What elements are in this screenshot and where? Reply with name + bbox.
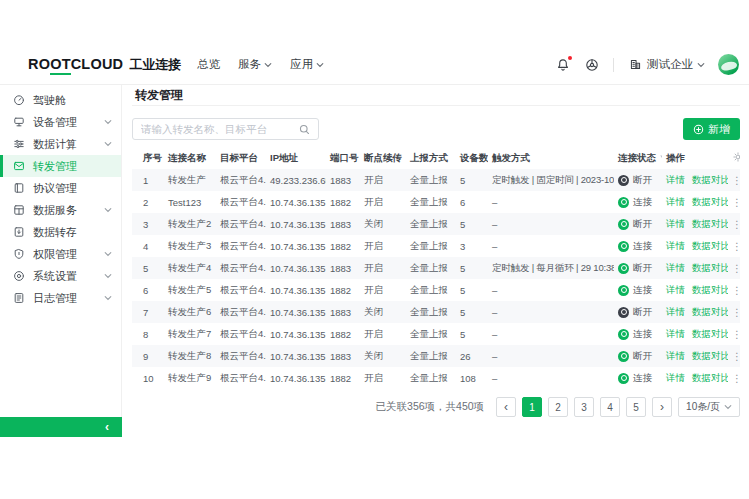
more-actions-icon[interactable]: ⋮ [732, 263, 740, 274]
compare-link[interactable]: 数据对比 [692, 372, 728, 383]
compare-link[interactable]: 数据对比 [692, 218, 728, 229]
forward-table: 序号连接名称目标平台IP地址端口号断点续传上报方式设备数触发方式连接状态操作 1… [132, 147, 740, 389]
nav-item-services[interactable]: 服务 [238, 57, 272, 72]
table-header-row: 序号连接名称目标平台IP地址端口号断点续传上报方式设备数触发方式连接状态操作 [132, 147, 740, 169]
compare-link[interactable]: 数据对比 [692, 306, 728, 317]
more-actions-icon[interactable]: ⋮ [732, 219, 740, 230]
more-actions-icon[interactable]: ⋮ [732, 285, 740, 296]
device-icon [13, 116, 25, 128]
compare-link[interactable]: 数据对比 [692, 196, 728, 207]
sidebar-item-log-mgmt[interactable]: 日志管理 [0, 287, 121, 309]
status-badge: 连接 [618, 372, 658, 385]
page-button-2[interactable]: 2 [548, 397, 568, 417]
nav-item-overview[interactable]: 总览 [197, 57, 220, 72]
page-button-5[interactable]: 5 [626, 397, 646, 417]
compare-link[interactable]: 数据对比 [692, 240, 728, 251]
support-icon[interactable] [584, 57, 600, 73]
more-actions-icon[interactable]: ⋮ [732, 241, 740, 252]
more-actions-icon[interactable]: ⋮ [732, 329, 740, 340]
filter-funnel-icon[interactable] [659, 154, 662, 163]
column-header: IP地址 [266, 147, 326, 169]
pagination: 已关联356项，共450项 ‹ 12345 › 10条/页 [132, 397, 740, 417]
table-row: 10 转发生产9 根云平台4.0 10.74.36.135 1882 开启 全量… [132, 367, 740, 389]
forward-icon [13, 160, 25, 172]
table-row: 5 转发生产4 根云平台4.0 10.74.36.135 1883 开启 全量上… [132, 257, 740, 279]
logo-text: ROOTCLOUD [28, 56, 123, 72]
detail-link[interactable]: 详情 [666, 196, 685, 207]
chevron-down-icon [104, 248, 112, 260]
dashboard-icon [13, 94, 25, 106]
page-button-3[interactable]: 3 [574, 397, 594, 417]
compare-link[interactable]: 数据对比 [692, 350, 728, 361]
column-settings-gear-icon[interactable] [732, 151, 740, 163]
search-input[interactable] [141, 123, 299, 135]
more-actions-icon[interactable]: ⋮ [732, 197, 740, 208]
tenant-switcher[interactable]: 测试企业 [627, 57, 705, 73]
detail-link[interactable]: 详情 [666, 218, 685, 229]
page-size-value: 10条/页 [686, 400, 720, 414]
notification-bell-icon[interactable] [555, 57, 571, 73]
log-icon [13, 292, 25, 304]
sidebar-collapse-button[interactable]: ‹ [0, 417, 122, 437]
filter-funnel-icon[interactable] [405, 154, 406, 163]
nav-item-apps[interactable]: 应用 [290, 57, 324, 72]
prev-page-button[interactable]: ‹ [496, 397, 516, 417]
chevron-down-icon [724, 403, 732, 411]
page-button-4[interactable]: 4 [600, 397, 620, 417]
plus-circle-icon [693, 124, 704, 135]
top-bar-right: 测试企业 [555, 54, 739, 75]
detail-link[interactable]: 详情 [666, 306, 685, 317]
detail-link[interactable]: 详情 [666, 372, 685, 383]
chevron-down-icon [104, 204, 112, 216]
next-page-button[interactable]: › [652, 397, 672, 417]
status-dot-icon [618, 197, 629, 208]
add-button[interactable]: 新增 [683, 118, 740, 140]
search-box [132, 118, 319, 140]
status-badge: 断开 [618, 218, 658, 231]
user-avatar[interactable] [718, 54, 739, 75]
more-actions-icon[interactable]: ⋮ [732, 373, 740, 384]
column-header: 触发方式 [488, 147, 614, 169]
status-badge: 连接 [618, 196, 658, 209]
detail-link[interactable]: 详情 [666, 174, 685, 185]
status-dot-icon [618, 329, 629, 340]
compare-link[interactable]: 数据对比 [692, 284, 728, 295]
detail-link[interactable]: 详情 [666, 262, 685, 273]
page-button-1[interactable]: 1 [522, 397, 542, 417]
status-dot-icon [618, 307, 629, 318]
data-service-icon [13, 204, 25, 216]
sidebar-item-dashboard[interactable]: 驾驶舱 [0, 89, 121, 111]
sidebar-item-forward-mgmt[interactable]: 转发管理 [0, 155, 121, 177]
compare-link[interactable]: 数据对比 [692, 328, 728, 339]
status-dot-icon [618, 351, 629, 362]
detail-link[interactable]: 详情 [666, 350, 685, 361]
more-actions-icon[interactable]: ⋮ [732, 175, 740, 186]
column-header: 连接状态 [614, 147, 662, 169]
sidebar-item-protocol-mgmt[interactable]: 协议管理 [0, 177, 121, 199]
column-header: 操作 [662, 147, 728, 169]
table-row: 2 Test123 根云平台4.0 10.74.36.135 1882 开启 全… [132, 191, 740, 213]
column-header: 序号 [132, 147, 164, 169]
sidebar-item-data-service[interactable]: 数据服务 [0, 199, 121, 221]
compare-link[interactable]: 数据对比 [692, 262, 728, 273]
more-actions-icon[interactable]: ⋮ [732, 307, 740, 318]
search-icon[interactable] [299, 124, 310, 135]
detail-link[interactable]: 详情 [666, 240, 685, 251]
sidebar-item-data-dump[interactable]: 数据转存 [0, 221, 121, 243]
status-dot-icon [618, 241, 629, 252]
table-head: 序号连接名称目标平台IP地址端口号断点续传上报方式设备数触发方式连接状态操作 [132, 147, 740, 169]
header-divider [613, 58, 614, 72]
compare-link[interactable]: 数据对比 [692, 174, 728, 185]
logo-suffix: 工业连接 [129, 56, 181, 74]
more-actions-icon[interactable]: ⋮ [732, 351, 740, 362]
rootcloud-logo[interactable]: ROOTCLOUD 工业连接 [28, 56, 181, 74]
sidebar-item-device-mgmt[interactable]: 设备管理 [0, 111, 121, 133]
sidebar-item-system-settings[interactable]: 系统设置 [0, 265, 121, 287]
sidebar-item-data-compute[interactable]: 数据计算 [0, 133, 121, 155]
detail-link[interactable]: 详情 [666, 284, 685, 295]
page-size-select[interactable]: 10条/页 [678, 397, 740, 417]
sidebar-item-permission-mgmt[interactable]: 权限管理 [0, 243, 121, 265]
status-dot-icon [618, 263, 629, 274]
table-row: 3 转发生产2 根云平台4.0 10.74.36.135 1883 关闭 全量上… [132, 213, 740, 235]
detail-link[interactable]: 详情 [666, 328, 685, 339]
